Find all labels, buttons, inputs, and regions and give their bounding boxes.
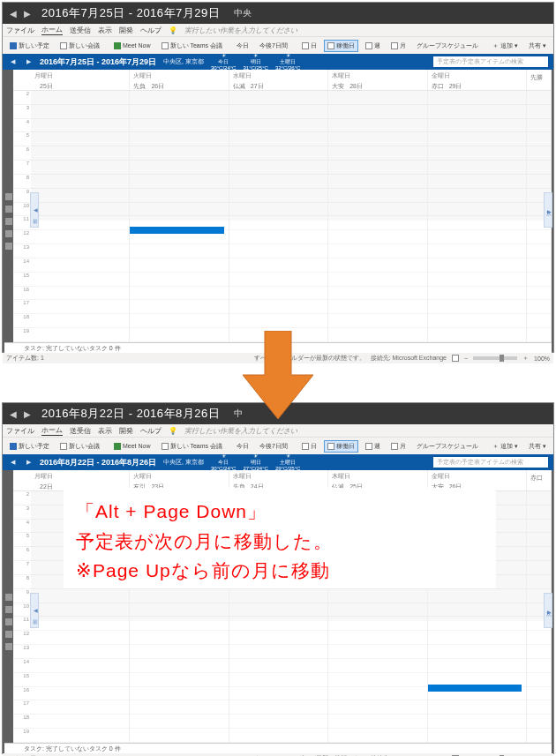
day-header[interactable]: 月曜日25日 — [31, 70, 130, 90]
tasks-icon[interactable] — [5, 631, 12, 638]
next-period-arrow[interactable]: ▶ — [20, 5, 34, 21]
menu-view[interactable]: 表示 — [98, 26, 112, 35]
tasks-row[interactable]: タスク: 完了していないタスク 0 件 — [4, 743, 552, 753]
zoom-slider[interactable] — [473, 356, 517, 360]
new-meeting-button[interactable]: 新しい会議 — [56, 440, 103, 453]
calendar-icon[interactable] — [5, 606, 12, 613]
menu-dev[interactable]: 開発 — [119, 26, 133, 35]
prev-appt-tab[interactable]: ◀ 前 — [30, 593, 39, 628]
view-button-icon[interactable] — [452, 355, 459, 362]
month-view-button[interactable]: 月 — [387, 40, 409, 52]
calendar-grid[interactable]: 2345678910111213141516171819 月曜日25日火曜日先負… — [4, 70, 552, 342]
day-header[interactable]: 火曜日先負26日 — [130, 70, 229, 90]
location-label[interactable]: 中央区, 東京都 — [163, 57, 204, 66]
week-view-button[interactable]: 週 — [362, 40, 384, 52]
prev-week-arrow[interactable]: ◀ — [8, 57, 17, 66]
today-button[interactable]: 今日 — [233, 440, 252, 453]
teams-meeting-button[interactable]: 新しい Teams 会議 — [158, 440, 227, 453]
workweek-view-button[interactable]: 稼働日 — [324, 440, 358, 453]
weather-item[interactable]: ☀土曜日32°C/26°C — [275, 53, 300, 71]
week-view-button[interactable]: 週 — [362, 440, 384, 453]
weather-item[interactable]: ☀明日31°C/25°C — [243, 53, 267, 71]
next-appt-tab[interactable]: 次 ▶ — [544, 593, 552, 628]
teams-meeting-button[interactable]: 新しい Teams 会議 — [158, 40, 227, 52]
weather-item[interactable]: ☀明日27°C/24°C — [243, 453, 267, 471]
next-period-arrow[interactable]: ▶ — [20, 406, 34, 422]
next7days-button[interactable]: 今後7日間 — [256, 440, 291, 453]
day-column[interactable] — [130, 91, 229, 342]
menu-help[interactable]: ヘルプ — [140, 426, 162, 436]
search-input[interactable]: 予定表の予定表アイテムの検索 — [433, 457, 548, 468]
prev-week-arrow[interactable]: ◀ — [8, 458, 17, 467]
mail-icon[interactable] — [5, 193, 12, 200]
tell-me-hint[interactable]: 実行したい作業を入力してください — [184, 26, 297, 35]
day-headers: 月曜日25日火曜日先負26日水曜日仏滅27日木曜日大安28日金曜日赤口29日先勝 — [31, 70, 552, 91]
menu-file[interactable]: ファイル — [6, 426, 34, 436]
today-button[interactable]: 今日 — [233, 40, 252, 52]
day-column[interactable] — [31, 91, 130, 342]
menu-home[interactable]: ホーム — [41, 425, 63, 436]
day-view-button[interactable]: 日 — [298, 440, 320, 453]
zoom-in-button[interactable]: ＋ — [522, 354, 529, 363]
hour-gutter: 2345678910111213141516171819 — [13, 70, 31, 342]
next-appt-tab[interactable]: 次 ▶ — [544, 192, 552, 228]
zoom-out-button[interactable]: − — [464, 356, 468, 362]
menu-view[interactable]: 表示 — [98, 426, 112, 436]
weather-item[interactable]: ☀今日30°C/24°C — [211, 453, 236, 471]
more-icon[interactable] — [5, 643, 12, 650]
new-appointment-button[interactable]: 新しい予定 — [6, 40, 53, 52]
meet-now-button[interactable]: Meet Now — [110, 441, 154, 452]
tell-me-hint[interactable]: 実行したい作業を入力してください — [184, 426, 297, 436]
mail-icon[interactable] — [5, 594, 12, 601]
hour-label: 19 — [13, 729, 31, 743]
people-icon[interactable] — [5, 218, 12, 225]
schedule-view-button[interactable]: グループスケジュール — [413, 440, 482, 453]
menu-sendrecv[interactable]: 送受信 — [70, 26, 91, 35]
add-button[interactable]: ＋ 追加 ▾ — [489, 40, 522, 52]
more-icon[interactable] — [5, 243, 12, 250]
day-header[interactable]: 水曜日仏滅27日 — [229, 70, 328, 90]
share-button[interactable]: 共有 ▾ — [525, 40, 550, 52]
calendar-event[interactable] — [428, 685, 522, 692]
svg-marker-0 — [243, 331, 313, 419]
day-column[interactable] — [428, 91, 527, 342]
day-header[interactable]: 金曜日赤口29日 — [428, 70, 527, 90]
people-icon[interactable] — [5, 618, 12, 625]
day-header[interactable]: 木曜日大安28日 — [328, 70, 427, 90]
workweek-view-button[interactable]: 稼働日 — [324, 40, 358, 52]
next-week-arrow[interactable]: ▶ — [24, 458, 33, 467]
weather-item[interactable]: ☀今日30°C/24°C — [211, 53, 236, 71]
weather-item[interactable]: ☀土曜日29°C/25°C — [275, 453, 300, 471]
menu-help[interactable]: ヘルプ — [140, 26, 162, 35]
title-sub: 中央 — [234, 7, 252, 19]
new-meeting-button[interactable]: 新しい会議 — [56, 40, 103, 52]
schedule-view-button[interactable]: グループスケジュール — [413, 40, 482, 52]
grid-body[interactable]: ◀ 前 次 ▶ — [31, 91, 552, 342]
prev-period-arrow[interactable]: ◀ — [6, 5, 20, 21]
calendar-event[interactable] — [130, 227, 224, 234]
month-view-button[interactable]: 月 — [387, 440, 409, 453]
hour-label: 7 — [13, 161, 31, 175]
next7days-button[interactable]: 今後7日間 — [256, 40, 291, 52]
new-appointment-button[interactable]: 新しい予定 — [6, 440, 53, 453]
prev-period-arrow[interactable]: ◀ — [6, 406, 20, 422]
add-button[interactable]: ＋ 追加 ▾ — [489, 440, 522, 453]
menu-file[interactable]: ファイル — [6, 26, 34, 35]
tasks-icon[interactable] — [5, 230, 12, 237]
menu-sendrecv[interactable]: 送受信 — [70, 426, 91, 436]
location-label[interactable]: 中央区, 東京都 — [163, 458, 204, 467]
day-column[interactable] — [328, 91, 427, 342]
search-input[interactable]: 予定表の予定表アイテムの検索 — [433, 56, 548, 67]
day-column[interactable] — [229, 91, 328, 342]
date-range: 2016年8月22日 - 2016年8月26日 — [41, 406, 220, 422]
hour-label: 14 — [13, 258, 31, 273]
next-week-arrow[interactable]: ▶ — [24, 57, 33, 66]
menu-home[interactable]: ホーム — [41, 25, 63, 35]
day-view-button[interactable]: 日 — [298, 40, 320, 52]
weather-strip: ☀今日30°C/24°C☀明日31°C/25°C☀土曜日32°C/26°C — [211, 53, 300, 71]
prev-appt-tab[interactable]: ◀ 前 — [30, 192, 39, 228]
share-button[interactable]: 共有 ▾ — [525, 440, 550, 453]
menu-dev[interactable]: 開発 — [119, 426, 133, 436]
calendar-icon[interactable] — [5, 206, 12, 213]
meet-now-button[interactable]: Meet Now — [110, 41, 154, 51]
